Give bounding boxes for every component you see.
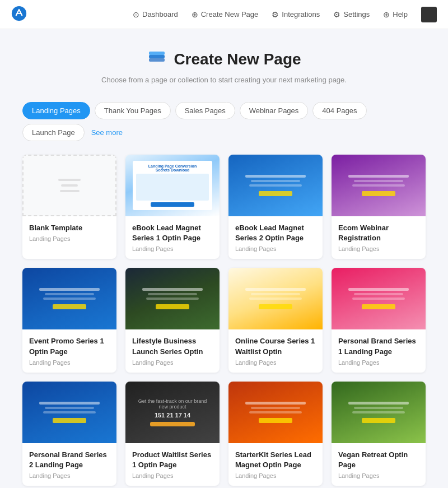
template-category: Landing Pages [235,359,316,366]
template-title: Personal Brand Series 1 Landing Page [338,336,419,356]
help-icon: ⊕ [383,10,390,19]
template-card[interactable]: Vegan Retreat Optin Page Landing Pages [332,382,426,486]
template-category: Landing Pages [338,245,419,252]
template-category: Landing Pages [235,472,316,479]
nav-integrations[interactable]: ⚙ Integrations [272,10,320,19]
navigation: ⊙ Dashboard ⊕ Create New Page ⚙ Integrat… [0,0,448,29]
tab-404[interactable]: 404 Pages [312,102,366,119]
tab-launch[interactable]: Launch Page [22,124,85,141]
tab-webinar[interactable]: Webinar Pages [240,102,309,119]
settings-icon: ⚙ [333,10,340,19]
nav-create[interactable]: ⊕ Create New Page [192,10,259,19]
dashboard-icon: ⊙ [133,10,139,19]
template-title: eBook Lead Magnet Series 2 Optin Page [235,223,316,243]
template-card[interactable]: eBook Lead Magnet Series 2 Optin Page La… [228,155,323,259]
template-category: Landing Pages [132,245,213,252]
nav-settings-label: Settings [343,10,370,18]
svg-rect-2 [149,58,165,62]
page-header: Create New Page Choose from a page or co… [0,29,448,93]
template-category: Landing Pages [29,359,110,366]
logo[interactable] [11,6,27,24]
integrations-icon: ⚙ [272,10,279,19]
page-title: Create New Page [11,47,437,71]
template-card[interactable]: Lifestyle Business Launch Series Optin L… [125,268,220,372]
template-title: Personal Brand Series 2 Landing Page [29,450,110,470]
see-more-link[interactable]: See more [91,128,123,137]
template-title: StarterKit Series Lead Magnet Optin Page [235,450,316,470]
user-avatar[interactable] [421,7,437,22]
template-title: Blank Template [29,223,110,233]
template-category: Landing Pages [132,359,213,366]
nav-items: ⊙ Dashboard ⊕ Create New Page ⚙ Integrat… [133,7,437,22]
template-card[interactable]: Landing Page ConversionSecrets Download … [125,155,220,259]
template-title: Product Waitlist Series 1 Optin Page [132,450,213,470]
tab-thankyou[interactable]: Thank You Pages [95,102,171,119]
nav-help[interactable]: ⊕ Help [383,10,408,19]
template-title: eBook Lead Magnet Series 1 Optin Page [132,223,213,243]
create-icon: ⊕ [192,10,198,19]
template-card[interactable]: Personal Brand Series 2 Landing Page Lan… [22,382,116,486]
nav-dashboard[interactable]: ⊙ Dashboard [133,10,178,19]
nav-settings[interactable]: ⚙ Settings [333,10,370,19]
nav-create-label: Create New Page [201,10,259,18]
svg-rect-1 [149,55,165,58]
template-card[interactable]: Ecom Webinar Registration Landing Pages [332,155,426,259]
nav-dashboard-label: Dashboard [142,10,178,18]
nav-integrations-label: Integrations [282,10,320,18]
page-subtitle: Choose from a page or collection to star… [11,76,437,84]
template-category: Landing Pages [29,472,110,479]
template-card[interactable]: StarterKit Series Lead Magnet Optin Page… [228,382,323,486]
template-category: Landing Pages [235,245,316,252]
template-card[interactable]: Personal Brand Series 1 Landing Page Lan… [332,268,426,372]
templates-grid: Blank Template Landing Pages Landing Pag… [0,150,448,488]
template-card[interactable]: Get the fast-track on our brand new prod… [125,382,220,486]
tabs-bar: Landing Pages Thank You Pages Sales Page… [0,93,448,150]
template-card[interactable]: Online Course Series 1 Waitlist Optin La… [228,268,323,372]
svg-rect-3 [149,52,165,55]
tab-sales[interactable]: Sales Pages [175,102,235,119]
template-category: Landing Pages [29,235,110,242]
template-category: Landing Pages [132,472,213,479]
template-card[interactable]: Blank Template Landing Pages [22,155,116,259]
tab-landing[interactable]: Landing Pages [22,102,90,119]
template-title: Event Promo Series 1 Optin Page [29,336,110,356]
template-category: Landing Pages [338,472,419,479]
template-card[interactable]: Event Promo Series 1 Optin Page Landing … [22,268,116,372]
page-title-icon [147,47,167,71]
template-title: Ecom Webinar Registration [338,223,419,243]
template-category: Landing Pages [338,359,419,366]
template-title: Lifestyle Business Launch Series Optin [132,336,213,356]
template-title: Online Course Series 1 Waitlist Optin [235,336,316,356]
template-title: Vegan Retreat Optin Page [338,450,419,470]
nav-help-label: Help [393,10,408,18]
